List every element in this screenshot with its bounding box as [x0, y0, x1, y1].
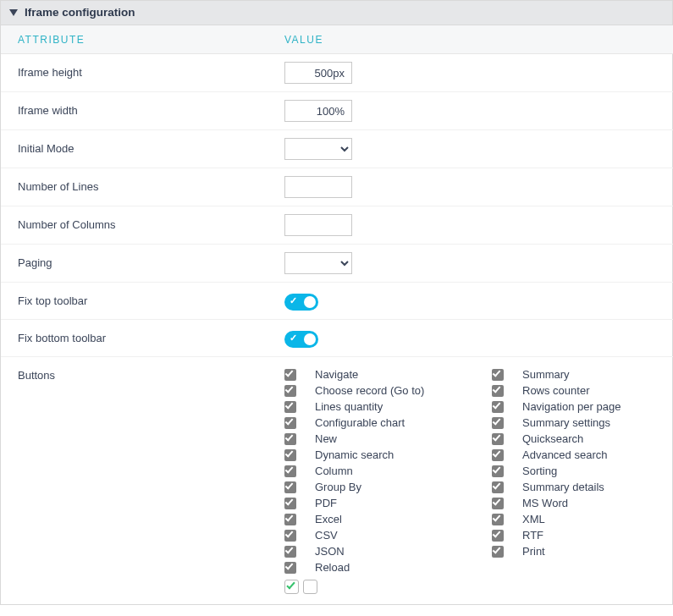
label-paging: Paging	[1, 245, 284, 283]
button-option-label: Excel	[315, 512, 342, 527]
iframe-width-input[interactable]	[284, 100, 352, 122]
config-table: ATTRIBUTE VALUE Iframe height Iframe wid…	[1, 25, 673, 604]
number-of-lines-input[interactable]	[284, 176, 352, 198]
button-option-checkbox[interactable]	[492, 514, 504, 525]
button-option-label: JSON	[315, 544, 345, 559]
button-option: Navigation per page	[492, 399, 673, 415]
buttons-grid: NavigateChoose record (Go to)Lines quant…	[284, 367, 673, 594]
button-option-checkbox[interactable]	[284, 417, 296, 429]
button-option-checkbox[interactable]	[492, 530, 504, 542]
paging-select[interactable]	[284, 252, 352, 274]
deselect-all-checkbox[interactable]	[303, 580, 317, 594]
button-option-checkbox[interactable]	[284, 514, 296, 525]
button-option-checkbox[interactable]	[492, 433, 504, 445]
button-option-checkbox[interactable]	[284, 481, 296, 493]
row-iframe-height: Iframe height	[1, 54, 673, 92]
button-option-checkbox[interactable]	[492, 546, 504, 558]
button-option-label: Group By	[315, 480, 361, 495]
button-option: Rows counter	[492, 383, 673, 399]
iframe-config-panel: Iframe configuration ATTRIBUTE VALUE Ifr…	[0, 0, 673, 605]
panel-title: Iframe configuration	[25, 6, 135, 19]
button-option: Summary details	[492, 480, 673, 495]
button-option: RTF	[492, 528, 673, 543]
button-option-label: Configurable chart	[315, 415, 405, 431]
button-option-checkbox[interactable]	[492, 465, 504, 477]
button-option-label: Navigation per page	[522, 399, 621, 415]
button-option-checkbox[interactable]	[492, 417, 504, 429]
panel-header[interactable]: Iframe configuration	[1, 1, 672, 25]
button-option-label: Quicksearch	[522, 432, 583, 447]
row-paging: Paging	[1, 245, 673, 283]
button-option-checkbox[interactable]	[492, 449, 504, 461]
row-fix-bottom-toolbar: Fix bottom toolbar	[1, 320, 673, 357]
row-iframe-width: Iframe width	[1, 92, 673, 130]
button-option-label: New	[315, 432, 337, 447]
button-option-label: Summary details	[522, 480, 604, 495]
button-option-label: Summary	[522, 367, 570, 382]
button-option: JSON	[284, 544, 483, 559]
button-option-label: RTF	[522, 528, 543, 543]
button-option-checkbox[interactable]	[492, 498, 504, 509]
button-option-label: Reload	[315, 560, 350, 575]
button-option-label: Print	[522, 544, 545, 559]
button-option: Group By	[284, 480, 483, 495]
button-option: Sorting	[492, 464, 673, 479]
button-option-checkbox[interactable]	[284, 562, 296, 574]
button-option-checkbox[interactable]	[284, 530, 296, 542]
button-option: Reload	[284, 560, 483, 575]
button-option-checkbox[interactable]	[284, 401, 296, 413]
number-of-columns-input[interactable]	[284, 214, 352, 236]
button-option-label: Column	[315, 464, 353, 479]
button-option-label: Advanced search	[522, 448, 607, 463]
button-option-checkbox[interactable]	[284, 465, 296, 477]
column-headers-row: ATTRIBUTE VALUE	[1, 25, 673, 54]
button-option-checkbox[interactable]	[284, 433, 296, 445]
button-option-checkbox[interactable]	[492, 401, 504, 413]
column-header-attribute: ATTRIBUTE	[1, 25, 284, 54]
button-option-checkbox[interactable]	[284, 369, 296, 381]
fix-top-toolbar-toggle[interactable]	[284, 294, 318, 311]
button-option: Excel	[284, 512, 483, 527]
row-buttons: Buttons NavigateChoose record (Go to)Lin…	[1, 357, 673, 605]
button-option: Navigate	[284, 367, 483, 382]
select-all-checkbox[interactable]	[284, 580, 299, 594]
button-option: CSV	[284, 528, 483, 543]
button-option-label: MS Word	[522, 496, 568, 511]
button-option: MS Word	[492, 496, 673, 511]
button-option: Lines quantity	[284, 399, 483, 415]
row-fix-top-toolbar: Fix top toolbar	[1, 283, 673, 320]
button-option-checkbox[interactable]	[492, 369, 504, 381]
column-header-value: VALUE	[284, 25, 673, 54]
button-option: Column	[284, 464, 483, 479]
button-option-label: Rows counter	[522, 383, 589, 399]
buttons-column-right: SummaryRows counterNavigation per pageSu…	[492, 367, 673, 594]
fix-bottom-toolbar-toggle[interactable]	[284, 331, 318, 348]
label-number-of-columns: Number of Columns	[1, 206, 284, 245]
initial-mode-select[interactable]	[284, 138, 352, 160]
select-all-controls	[284, 580, 483, 594]
button-option: XML	[492, 512, 673, 527]
iframe-height-input[interactable]	[284, 62, 352, 84]
button-option-checkbox[interactable]	[284, 385, 296, 397]
button-option-label: Navigate	[315, 367, 358, 382]
button-option-checkbox[interactable]	[492, 385, 504, 397]
buttons-column-left: NavigateChoose record (Go to)Lines quant…	[284, 367, 483, 594]
button-option-label: Dynamic search	[315, 448, 394, 463]
label-iframe-height: Iframe height	[1, 54, 284, 92]
button-option: Configurable chart	[284, 415, 483, 431]
button-option-label: Choose record (Go to)	[315, 383, 424, 399]
button-option-checkbox[interactable]	[284, 546, 296, 558]
label-number-of-lines: Number of Lines	[1, 168, 284, 206]
label-iframe-width: Iframe width	[1, 92, 284, 130]
button-option-checkbox[interactable]	[284, 449, 296, 461]
button-option-checkbox[interactable]	[492, 481, 504, 493]
button-option: Dynamic search	[284, 448, 483, 463]
button-option-checkbox[interactable]	[284, 498, 296, 509]
button-option: New	[284, 432, 483, 447]
row-number-of-lines: Number of Lines	[1, 168, 673, 206]
button-option: PDF	[284, 496, 483, 511]
label-fix-bottom-toolbar: Fix bottom toolbar	[1, 320, 284, 357]
label-fix-top-toolbar: Fix top toolbar	[1, 283, 284, 320]
row-number-of-columns: Number of Columns	[1, 206, 673, 245]
collapse-triangle-icon	[9, 9, 18, 16]
